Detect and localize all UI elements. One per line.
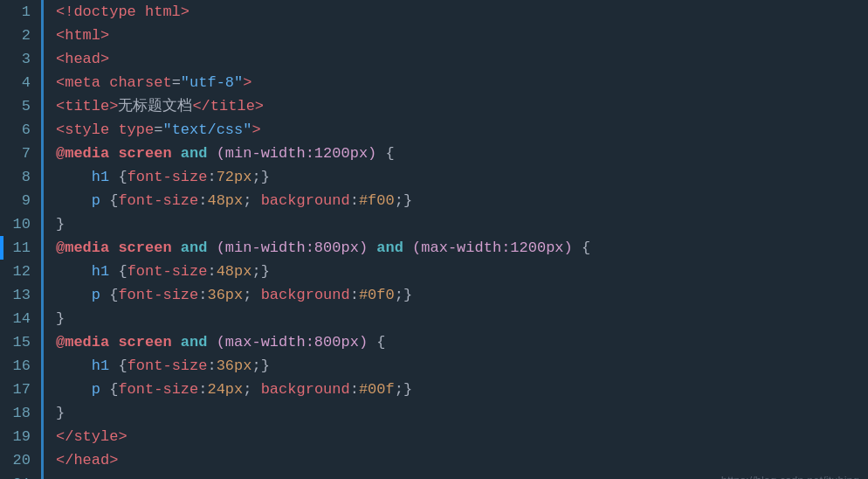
keyword-token: screen [118, 334, 180, 351]
line-content: </head> [44, 448, 118, 472]
line-number: 1 [0, 0, 44, 24]
code-line: 12 h1 {font-size:48px;} [0, 260, 868, 283]
brace-token: { [109, 381, 118, 398]
line-content: @media screen and (min-width:800px) and … [44, 236, 590, 260]
line-number: 20 [0, 448, 44, 472]
value-token: #00f [359, 381, 395, 398]
line-content: p {font-size:48px; background:#f00;} [44, 189, 412, 212]
at-rule-token: @media [56, 145, 118, 162]
line-content: } [44, 401, 65, 425]
property-token: font-size [127, 358, 208, 374]
tag-token: > [251, 121, 260, 138]
property-token: font-size [127, 169, 208, 185]
line-number: 6 [0, 118, 44, 142]
brace-token: ;} [395, 287, 412, 303]
watermark: https://blog.csdn.net/itubing [721, 474, 859, 479]
plain-token: 无标题文档 [118, 98, 192, 115]
tag-token: <head> [56, 51, 109, 67]
property-token: background [261, 287, 350, 303]
value-token: 36px [217, 358, 252, 374]
colon-token: : [350, 192, 359, 209]
tag-token: <meta [56, 74, 109, 91]
line-content: @media screen and (max-width:800px) { [44, 330, 386, 354]
attr-val-token: "utf-8" [181, 74, 243, 91]
line-content: </style> [44, 425, 127, 448]
line-number: 9 [0, 189, 44, 212]
brace-token: ;} [251, 358, 269, 374]
line-content: <html> [44, 24, 109, 47]
line-number: 13 [0, 283, 44, 307]
code-line: 1<!doctype html> [0, 0, 868, 24]
line-content: h1 {font-size:36px;} [44, 354, 270, 378]
attr-token: type [118, 121, 154, 138]
line-number: 8 [0, 165, 44, 189]
code-line: 7@media screen and (min-width:1200px) { [0, 142, 868, 165]
tag-token: > [243, 74, 251, 91]
code-line: 19</style> [0, 425, 868, 448]
code-line: 9 p {font-size:48px; background:#f00;} [0, 189, 868, 212]
brace-token: { [118, 358, 127, 374]
selector-token: p [92, 192, 109, 209]
line-content: h1 {font-size:72px;} [44, 165, 270, 189]
value-token: #0f0 [359, 287, 395, 303]
brace-token: { [368, 334, 385, 351]
line-content: <title>无标题文档</title> [44, 94, 264, 118]
line-number: 12 [0, 260, 44, 283]
colon-token: : [207, 358, 216, 374]
brace-token: { [109, 192, 118, 209]
property-token: font-size [118, 381, 198, 398]
tag-token: <style [56, 121, 118, 138]
brace-token: } [56, 310, 65, 327]
property-token: font-size [127, 263, 208, 280]
brace-token: { [376, 145, 394, 162]
tag-token: <title> [56, 98, 118, 115]
code-line: 18} [0, 401, 868, 425]
tag-token: <!doctype html> [56, 3, 189, 20]
line-content: <!doctype html> [44, 0, 189, 24]
tag-token: </head> [56, 452, 118, 469]
colon-token: ; [243, 287, 260, 303]
operator-token: and [181, 145, 217, 162]
brace-token: { [118, 263, 127, 280]
line-content: p {font-size:24px; background:#00f;} [44, 378, 412, 401]
code-line: 8 h1 {font-size:72px;} [0, 165, 868, 189]
operator-token: and [368, 240, 412, 256]
colon-token: ; [243, 381, 260, 398]
code-line: 5<title>无标题文档</title> [0, 94, 868, 118]
code-line: 2<html> [0, 24, 868, 47]
code-line: 11@media screen and (min-width:800px) an… [0, 236, 868, 260]
colon-token: : [198, 192, 207, 209]
line-number: 19 [0, 425, 44, 448]
line-number: 16 [0, 354, 44, 378]
value-token: 48px [217, 263, 252, 280]
code-line: 6<style type="text/css"> [0, 118, 868, 142]
code-line: 15@media screen and (max-width:800px) { [0, 330, 868, 354]
value-token: 24px [207, 381, 243, 398]
value-token: #f00 [359, 192, 395, 209]
tag-token: <html> [56, 27, 109, 44]
line-number: 4 [0, 71, 44, 94]
brace-token: } [56, 216, 65, 233]
brace-token: { [109, 287, 118, 303]
brace-token: ;} [251, 263, 269, 280]
code-editor: 1<!doctype html>2<html>3<head>4<meta cha… [0, 0, 868, 479]
code-lines: 1<!doctype html>2<html>3<head>4<meta cha… [0, 0, 868, 479]
brace-token: ;} [395, 192, 412, 209]
selector-token: p [92, 381, 109, 398]
code-line: 20</head> [0, 448, 868, 472]
selector-token: h1 [92, 263, 119, 280]
code-line: 10} [0, 212, 868, 236]
brace-token: { [573, 240, 590, 256]
line-content: h1 {font-size:48px;} [44, 260, 270, 283]
line-content: p {font-size:36px; background:#0f0;} [44, 283, 412, 307]
property-token: background [261, 381, 350, 398]
line-content: <head> [44, 47, 109, 71]
colon-token: : [350, 381, 359, 398]
line-content: <meta charset="utf-8"> [44, 71, 251, 94]
line-number: 2 [0, 24, 44, 47]
code-line: 13 p {font-size:36px; background:#0f0;} [0, 283, 868, 307]
line-number: 10 [0, 212, 44, 236]
code-line: 4<meta charset="utf-8"> [0, 71, 868, 94]
property-token: font-size [118, 192, 198, 209]
property-token: background [261, 192, 350, 209]
